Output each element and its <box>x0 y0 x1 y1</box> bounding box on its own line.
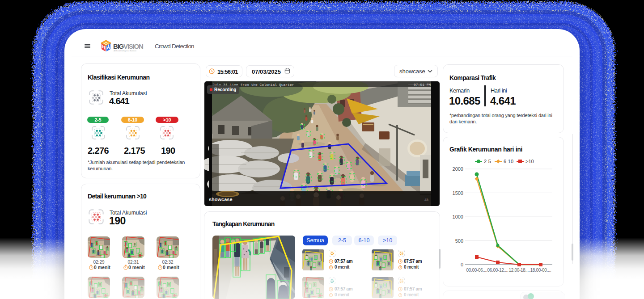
svg-text:Recording: Recording <box>214 87 236 92</box>
svg-text:6-10: 6-10 <box>504 159 513 164</box>
svg-text:2-5: 2-5 <box>484 159 491 164</box>
svg-text:06.00-12....: 06.00-12.... <box>487 268 508 273</box>
svg-text:1500: 1500 <box>453 190 463 196</box>
svg-text:00.00-06....: 00.00-06.... <box>466 268 487 273</box>
svg-text:4k: 4k <box>424 198 429 202</box>
svg-text:>10: >10 <box>525 159 534 164</box>
svg-text:showcase: showcase <box>209 197 233 202</box>
svg-text:2000: 2000 <box>453 166 463 172</box>
svg-text:18.00-00....: 18.00-00.... <box>530 268 551 273</box>
svg-text:12.00-18....: 12.00-18.... <box>509 268 530 273</box>
svg-text:07:51 PM: 07:51 PM <box>414 83 431 87</box>
svg-text:1000: 1000 <box>453 214 463 219</box>
svg-text:0: 0 <box>461 262 463 267</box>
svg-text:500: 500 <box>455 238 463 244</box>
